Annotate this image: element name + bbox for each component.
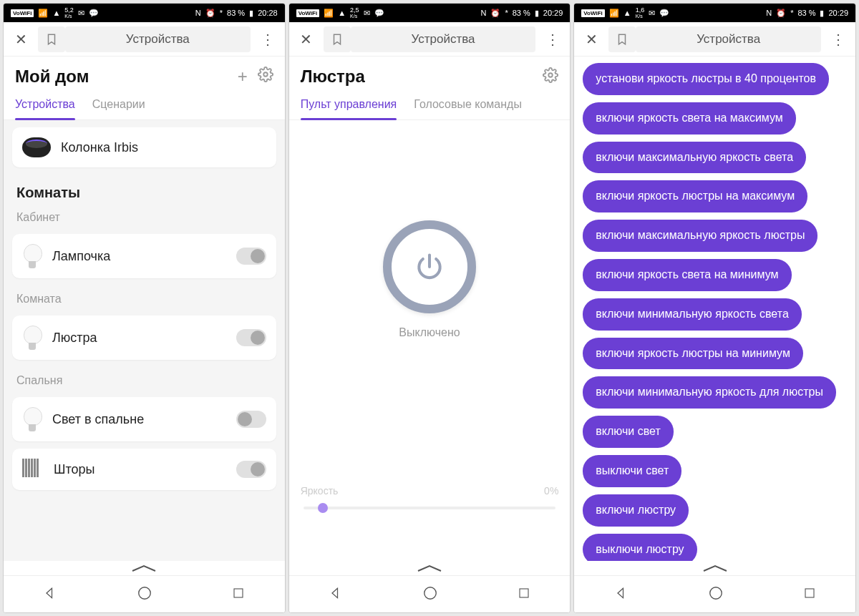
content-area: Колонка Irbis Комнаты Кабинет Лампочка К… (4, 120, 285, 561)
voice-command-pill[interactable]: включи яркость света на минимум (583, 259, 791, 291)
nav-back[interactable] (43, 586, 57, 603)
tabs: Пульт управления Голосовые команды (289, 92, 571, 120)
page-title-box[interactable]: Устройства (636, 26, 821, 52)
brightness-label: Яркость (301, 485, 339, 497)
toggle-svet-spalnya[interactable] (236, 411, 266, 428)
nfc-icon: N (481, 9, 487, 17)
clock-text: 20:29 (828, 9, 848, 17)
settings-button[interactable] (543, 67, 558, 86)
bookmark-button[interactable] (324, 26, 351, 52)
bulb-icon (22, 407, 42, 431)
voice-command-pill[interactable]: включи максимальную яркость люстры (583, 220, 817, 252)
voice-command-pill[interactable]: включи яркость люстры на минимум (583, 338, 803, 370)
chat-icon: ✉ (649, 9, 655, 18)
svg-point-1 (139, 587, 151, 599)
svg-point-0 (263, 72, 268, 77)
toggle-lyustra[interactable] (236, 329, 266, 346)
settings-button[interactable] (258, 67, 273, 87)
power-status: Выключено (399, 326, 460, 339)
rooms-heading: Комнаты (4, 175, 285, 204)
brightness-slider[interactable] (304, 507, 556, 509)
add-button[interactable]: + (238, 67, 248, 87)
voice-command-pill[interactable]: выключи люстру (583, 534, 697, 561)
bluetooth-icon: * (220, 9, 223, 17)
curtain-icon (22, 459, 44, 480)
phone-screen-1: VoWiFi 📶 ▲ 5,2K/s ✉ 💬 N ⏰ * 83 % ▮ 20:28… (3, 3, 286, 613)
tabs: Устройства Сценарии (4, 92, 285, 120)
svg-point-3 (549, 73, 553, 77)
vowifi-badge: VoWiFi (11, 9, 34, 17)
bookmark-button[interactable] (38, 26, 65, 52)
tab-devices[interactable]: Устройства (15, 92, 75, 119)
voice-command-pill[interactable]: выключи свет (583, 455, 681, 487)
battery-text: 83 % (513, 9, 530, 17)
device-svet-spalnya[interactable]: Свет в спальне (12, 397, 276, 441)
voice-command-pill[interactable]: включи люстру (583, 494, 689, 527)
nav-home[interactable] (137, 585, 152, 604)
clock-text: 20:29 (543, 9, 563, 17)
tab-voice[interactable]: Голосовые команды (414, 92, 522, 119)
nav-back[interactable] (329, 586, 343, 603)
tab-control[interactable]: Пульт управления (301, 92, 397, 119)
content-area: Выключено Яркость 0% (289, 120, 571, 561)
status-bar: VoWiFi 📶 ▲ 2,5K/s ✉ 💬 N ⏰ * 83 % ▮ 20:29 (289, 4, 571, 22)
nav-bar (289, 575, 571, 612)
close-button[interactable]: ✕ (577, 25, 606, 54)
page-header: Мой дом + (4, 57, 285, 92)
menu-button[interactable]: ⋮ (824, 31, 853, 48)
device-lyustra[interactable]: Люстра (12, 316, 276, 360)
nav-recent[interactable] (232, 587, 245, 602)
voice-command-pill[interactable]: установи яркость люстры в 40 процентов (583, 63, 829, 95)
toggle-lampochka[interactable] (236, 248, 266, 265)
device-shtory[interactable]: Шторы (12, 449, 276, 490)
menu-button[interactable]: ⋮ (253, 31, 282, 48)
nav-caret[interactable] (289, 561, 571, 575)
tab-scenarios[interactable]: Сценарии (92, 92, 145, 119)
toggle-shtory[interactable] (236, 461, 266, 478)
voice-command-pill[interactable]: включи свет (583, 416, 673, 448)
device-speaker[interactable]: Колонка Irbis (12, 127, 276, 167)
voice-command-pill[interactable]: включи минимальную яркость для люстры (583, 376, 836, 409)
chat-icon: ✉ (78, 9, 84, 18)
battery-icon: ▮ (249, 9, 253, 18)
nav-caret[interactable] (4, 561, 285, 575)
address-bar: ✕ Устройства ⋮ (574, 22, 855, 57)
nav-home[interactable] (708, 585, 724, 604)
nfc-icon: N (766, 9, 772, 17)
alarm-icon: ⏰ (776, 9, 786, 18)
phone-screen-2: VoWiFi 📶 ▲ 2,5K/s ✉ 💬 N ⏰ * 83 % ▮ 20:29… (288, 3, 571, 613)
svg-rect-5 (520, 589, 528, 597)
bulb-icon (22, 244, 42, 268)
voice-commands-list: установи яркость люстры в 40 процентоввк… (574, 57, 855, 561)
menu-button[interactable]: ⋮ (538, 31, 567, 48)
wifi-icon: ▲ (52, 9, 60, 17)
nav-recent[interactable] (518, 587, 530, 602)
power-button[interactable] (383, 220, 476, 313)
signal-icon: 📶 (324, 9, 334, 18)
bookmark-button[interactable] (608, 26, 636, 52)
close-button[interactable]: ✕ (292, 25, 321, 54)
home-title: Мой дом (15, 67, 89, 87)
page-title-box[interactable]: Устройства (351, 26, 536, 52)
voice-command-pill[interactable]: включи яркость света на максимум (583, 102, 796, 135)
device-lampochka[interactable]: Лампочка (12, 234, 276, 278)
device-title: Люстра (301, 67, 365, 87)
address-bar: ✕ Устройства ⋮ (4, 22, 285, 57)
page-header: Люстра (289, 57, 571, 92)
battery-text: 83 % (227, 9, 245, 17)
svg-point-6 (709, 587, 722, 599)
voice-command-pill[interactable]: включи яркость люстры на максимум (583, 180, 807, 212)
nav-recent[interactable] (803, 587, 816, 602)
close-button[interactable]: ✕ (6, 25, 35, 54)
nav-home[interactable] (422, 585, 438, 604)
phone-screen-3: VoWiFi 📶 ▲ 1,6K/s ✉ 💬 N ⏰ * 83 % ▮ 20:29… (573, 3, 856, 613)
voice-command-pill[interactable]: включи минимальную яркость света (583, 298, 801, 331)
messenger-icon: 💬 (374, 9, 384, 18)
page-title-box[interactable]: Устройства (65, 26, 251, 52)
signal-icon: 📶 (609, 9, 619, 18)
vowifi-badge: VoWiFi (581, 9, 604, 17)
voice-command-pill[interactable]: включи максимальную яркость света (583, 142, 806, 174)
nav-caret[interactable] (574, 561, 855, 575)
room-label-kabinet: Кабинет (4, 204, 285, 227)
nav-back[interactable] (614, 586, 629, 603)
